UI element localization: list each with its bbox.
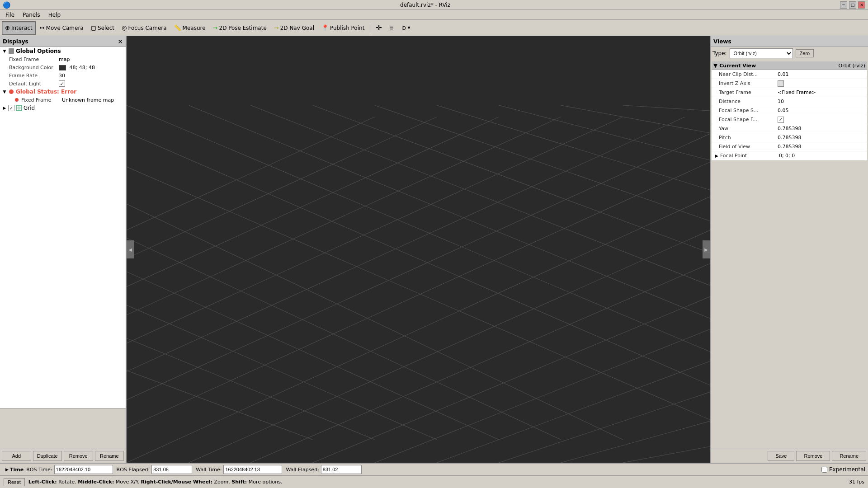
wall-time-group: Wall Time: (196, 465, 282, 474)
focus-camera-tool[interactable]: ◎ Focus Camera (118, 21, 170, 35)
status-fixed-frame-label: Fixed Frame (21, 97, 62, 103)
nav-goal-tool[interactable]: → 2D Nav Goal (271, 21, 317, 35)
focal-point-row: ▶ Focal Point 0; 0; 0 (712, 151, 867, 160)
global-options-item[interactable]: ▼ Global Options (0, 47, 126, 55)
remove-display-button[interactable]: Remove (64, 451, 93, 461)
select-tool[interactable]: ▢ Select (88, 21, 118, 35)
distance-row: Distance 10 (712, 97, 867, 106)
views-header-label: Views (713, 38, 865, 45)
move-camera-label: Move Camera (46, 25, 84, 31)
minimize-button[interactable]: ─ (840, 1, 847, 9)
fixed-frame-label: Fixed Frame (9, 56, 59, 62)
default-light-value: ✓ (59, 80, 124, 87)
middle-click-label: Middle-Click: (78, 479, 114, 485)
app-icon: 🔵 (3, 1, 10, 9)
close-button[interactable]: ✕ (858, 1, 865, 9)
wall-time-input[interactable] (223, 465, 282, 474)
current-view-header[interactable]: ▼ Current View Orbit (rviz) (712, 61, 867, 70)
pitch-row: Pitch 0.785398 (712, 133, 867, 142)
experimental-label: Experimental (829, 466, 865, 473)
reset-button[interactable]: Reset (4, 478, 25, 486)
experimental-checkbox[interactable] (821, 467, 827, 473)
global-options-icon (8, 48, 14, 54)
toolbar: ⊕ Interact ↔ Move Camera ▢ Select ◎ Focu… (0, 20, 868, 36)
near-clip-value: 0.01 (778, 71, 865, 77)
focal-shape-fixed-label: Focal Shape F... (719, 117, 778, 122)
move-camera-tool[interactable]: ↔ Move Camera (37, 21, 87, 35)
wall-elapsed-input[interactable] (321, 465, 362, 474)
viewport-right-arrow[interactable]: ▶ (703, 240, 710, 258)
grid-item[interactable]: ▶ ✓ Grid (0, 104, 126, 112)
displays-panel: Displays ✕ ▼ Global Options Fixed Frame … (0, 36, 127, 463)
views-buttons: Save Remove Rename (711, 449, 868, 463)
3d-viewport[interactable]: ◀ ▶ (127, 36, 710, 463)
remove-view-button[interactable]: Remove (796, 451, 830, 461)
select-icon: ▢ (91, 24, 96, 31)
duplicate-display-button[interactable]: Duplicate (33, 451, 62, 461)
measure-tool[interactable]: 📏 Measure (171, 21, 209, 35)
time-expand-icon: ▶ (5, 467, 9, 472)
grid-type-icon (16, 105, 22, 111)
target-frame-value: <Fixed Frame> (778, 89, 865, 95)
views-header: Views (711, 36, 868, 47)
rename-display-button[interactable]: Rename (95, 451, 124, 461)
maximize-button[interactable]: □ (849, 1, 856, 9)
ros-time-group: ROS Time: (26, 465, 113, 474)
views-properties: ▼ Current View Orbit (rviz) Near Clip Di… (711, 60, 868, 449)
focal-shape-size-row: Focal Shape S... 0.05 (712, 106, 867, 115)
pose-estimate-tool[interactable]: → 2D Pose Estimate (210, 21, 270, 35)
focal-shape-size-value: 0.05 (778, 108, 865, 113)
zero-button[interactable]: Zero (796, 49, 814, 57)
select-label: Select (98, 25, 114, 31)
svg-rect-0 (9, 48, 14, 54)
interact-tool[interactable]: ⊕ Interact (2, 21, 36, 35)
displays-close-icon[interactable]: ✕ (118, 38, 123, 45)
frame-rate-label: Frame Rate (9, 73, 59, 79)
pose-estimate-icon: → (213, 24, 218, 31)
views-type-select[interactable]: Orbit (rviz) (730, 48, 793, 58)
background-color-swatch (59, 65, 66, 70)
add-display-button[interactable]: Add (2, 451, 31, 461)
camera-icon: ⊙ (401, 24, 406, 31)
grid-tool[interactable]: ≡ (386, 21, 397, 35)
views-type-label: Type: (712, 50, 727, 56)
measure-label: Measure (183, 25, 206, 31)
invert-z-row: Invert Z Axis (712, 79, 867, 88)
publish-point-label: Publish Point (330, 25, 364, 31)
interact-label: Interact (11, 25, 33, 31)
toolbar-separator-1 (370, 23, 370, 33)
invert-z-checkbox[interactable] (778, 80, 784, 87)
middle-click-action: Move X/Y. (116, 479, 141, 485)
save-view-button[interactable]: Save (768, 451, 794, 461)
menubar: File Panels Help (0, 10, 868, 20)
focal-point-expand[interactable]: ▶ (715, 154, 718, 158)
grid-expand[interactable]: ▶ (2, 105, 7, 111)
viewport-left-arrow[interactable]: ◀ (127, 240, 134, 258)
axes-tool[interactable]: ✛ (373, 21, 385, 35)
grid-checkbox[interactable]: ✓ (8, 105, 14, 111)
wall-elapsed-group: Wall Elapsed: (286, 465, 361, 474)
publish-point-tool[interactable]: 📍 Publish Point (318, 21, 368, 35)
current-view-expand: ▼ (713, 62, 717, 69)
field-of-view-row: Field of View 0.785398 (712, 142, 867, 151)
experimental-row: Experimental (821, 466, 865, 473)
global-status-item[interactable]: ▼ Global Status: Error (0, 88, 126, 96)
camera-tool[interactable]: ⊙ ▼ (398, 21, 414, 35)
measure-icon: 📏 (174, 24, 181, 31)
ros-elapsed-input[interactable] (151, 465, 192, 474)
ros-time-input[interactable] (54, 465, 113, 474)
menu-help[interactable]: Help (45, 11, 64, 19)
default-light-checkbox[interactable]: ✓ (59, 80, 65, 87)
distance-value: 10 (778, 99, 865, 104)
menu-file[interactable]: File (2, 11, 18, 19)
rename-view-button[interactable]: Rename (832, 451, 866, 461)
global-options-expand[interactable]: ▼ (2, 48, 7, 54)
menu-panels[interactable]: Panels (19, 11, 44, 19)
field-of-view-value: 0.785398 (778, 144, 865, 150)
time-section-toggle[interactable]: ▶ Time (3, 467, 26, 473)
global-status-expand[interactable]: ▼ (2, 89, 7, 94)
focal-shape-fixed-checkbox[interactable]: ✓ (778, 117, 784, 123)
status-fixed-frame-value: Unknown frame map (62, 97, 124, 103)
titlebar: 🔵 default.rviz* - RViz ─ □ ✕ (0, 0, 868, 10)
left-click-action: Rotate. (58, 479, 78, 485)
